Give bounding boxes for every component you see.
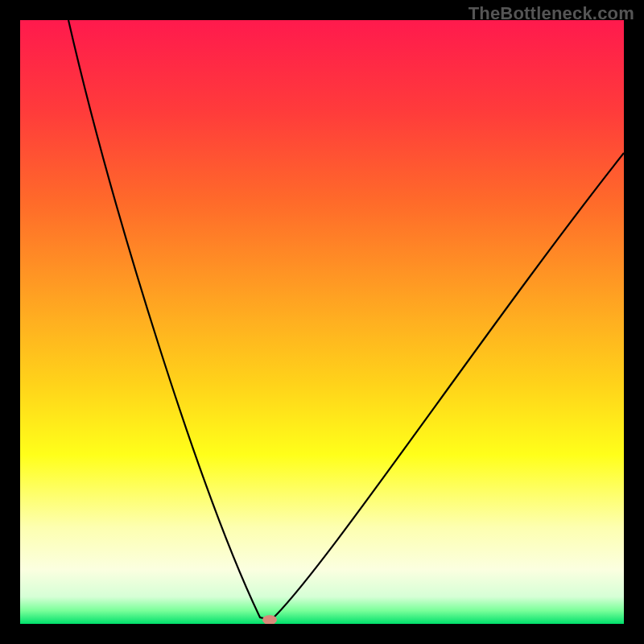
gradient-background bbox=[20, 20, 624, 624]
bottleneck-chart bbox=[20, 20, 624, 624]
watermark-text: TheBottleneck.com bbox=[469, 3, 634, 24]
chart-frame bbox=[20, 20, 624, 624]
